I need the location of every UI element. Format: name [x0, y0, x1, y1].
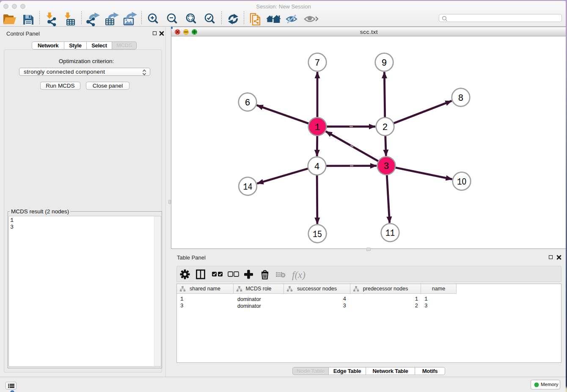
svg-text:8: 8: [458, 93, 464, 103]
svg-text:1: 1: [315, 122, 320, 133]
svg-text:10: 10: [457, 177, 466, 187]
svg-text:14: 14: [243, 182, 253, 192]
svg-text:f(x): f(x): [292, 270, 306, 280]
svg-text:6: 6: [245, 98, 250, 108]
svg-text:7: 7: [315, 58, 320, 68]
svg-text:4: 4: [314, 162, 320, 172]
svg-text:9: 9: [382, 58, 387, 68]
svg-text:15: 15: [313, 229, 322, 240]
svg-text:2: 2: [383, 122, 388, 133]
svg-text:11: 11: [385, 228, 395, 238]
svg-text:3: 3: [384, 161, 389, 171]
